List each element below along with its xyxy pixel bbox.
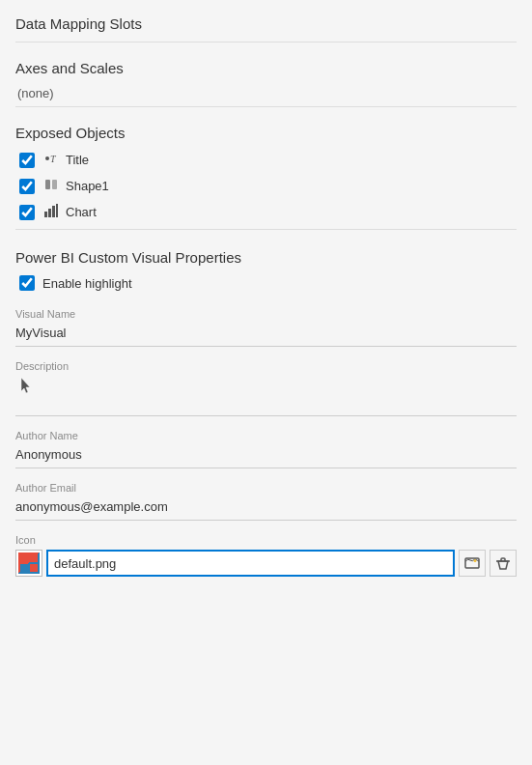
- exposed-shape1-label: Shape1: [66, 179, 109, 193]
- description-field: Description: [15, 360, 517, 416]
- icon-field: Icon: [15, 534, 517, 577]
- icon-label: Icon: [15, 534, 517, 546]
- author-email-label: Author Email: [15, 482, 517, 494]
- exposed-chart-item: Chart: [19, 203, 517, 221]
- power-bi-section: Power BI Custom Visual Properties Enable…: [15, 249, 517, 577]
- svg-point-0: [45, 156, 49, 160]
- visual-name-label: Visual Name: [15, 308, 517, 320]
- chart-icon: [42, 203, 60, 221]
- divider-3: [15, 229, 517, 230]
- svg-rect-9: [30, 554, 38, 562]
- svg-rect-6: [52, 206, 55, 217]
- exposed-objects-title: Exposed Objects: [15, 125, 517, 141]
- exposed-title-item: T Title: [19, 151, 517, 169]
- exposed-shape1-item: Shape1: [19, 177, 517, 195]
- divider-2: [15, 106, 517, 107]
- icon-preview-inner: [18, 552, 40, 574]
- author-name-label: Author Name: [15, 430, 517, 441]
- divider-1: [15, 42, 517, 42]
- enable-highlight-row: Enable highlight: [19, 275, 517, 291]
- axes-scales-title: Axes and Scales: [15, 60, 517, 76]
- cursor-icon: [17, 378, 33, 400]
- svg-rect-3: [52, 180, 57, 189]
- exposed-chart-label: Chart: [66, 205, 97, 219]
- svg-rect-11: [30, 564, 38, 572]
- exposed-objects-list: T Title Shape1: [15, 151, 517, 221]
- author-email-value: anonymous@example.com: [15, 496, 517, 521]
- data-mapping-title: Data Mapping Slots: [15, 15, 517, 32]
- svg-rect-5: [48, 209, 51, 217]
- shape-icon: [42, 177, 60, 195]
- svg-rect-4: [44, 212, 47, 217]
- exposed-title-label: Title: [66, 153, 89, 167]
- enable-highlight-label: Enable highlight: [42, 276, 132, 291]
- axes-scales-none: (none): [17, 86, 517, 100]
- icon-clear-button[interactable]: [490, 550, 517, 577]
- svg-rect-10: [20, 564, 28, 572]
- svg-point-13: [474, 559, 477, 562]
- visual-name-field: Visual Name MyVisual: [15, 308, 517, 347]
- visual-name-value: MyVisual: [15, 322, 517, 347]
- exposed-shape1-checkbox[interactable]: [19, 179, 35, 194]
- icon-filename-input[interactable]: [46, 550, 455, 577]
- icon-field-row: [15, 550, 517, 577]
- icon-preview: [15, 550, 42, 577]
- power-bi-title: Power BI Custom Visual Properties: [15, 249, 517, 266]
- author-email-field: Author Email anonymous@example.com: [15, 482, 517, 521]
- exposed-chart-checkbox[interactable]: [19, 205, 35, 220]
- icon-browse-button[interactable]: [459, 550, 486, 577]
- main-panel: Data Mapping Slots Axes and Scales (none…: [0, 0, 532, 765]
- svg-rect-7: [56, 204, 58, 217]
- description-label: Description: [15, 360, 517, 372]
- author-name-value: Anonymous: [15, 443, 517, 468]
- enable-highlight-checkbox[interactable]: [19, 275, 35, 291]
- text-icon: T: [42, 151, 60, 169]
- exposed-title-checkbox[interactable]: [19, 153, 35, 168]
- svg-text:T: T: [50, 154, 57, 164]
- author-name-field: Author Name Anonymous: [15, 430, 517, 468]
- svg-rect-8: [20, 554, 28, 562]
- svg-rect-2: [45, 180, 50, 189]
